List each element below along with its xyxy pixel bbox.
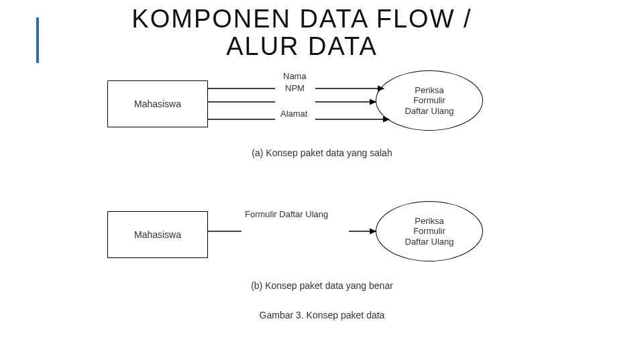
caption-a: (a) Konsep paket data yang salah [107, 147, 537, 158]
flow-label-formulir: Formulir Daftar Ulang [245, 209, 328, 219]
entity-a-label: Mahasiswa [134, 99, 181, 109]
flow-label-alamat: Alamat [280, 109, 307, 119]
flow-label-nama: Nama [283, 71, 307, 81]
process-b-l1: Periksa [415, 216, 443, 227]
process-periksa-b: Periksa Formulir Daftar Ulang [376, 201, 483, 261]
process-periksa-a: Periksa Formulir Daftar Ulang [376, 70, 483, 131]
flow-label-npm: NPM [285, 83, 305, 93]
title-line-2: ALUR DATA [226, 32, 378, 60]
caption-b: (b) Konsep paket data yang benar [107, 280, 537, 291]
figure-caption: Gambar 3. Konsep paket data [107, 310, 537, 320]
entity-mahasiswa-b: Mahasiswa [107, 211, 208, 258]
process-a-l3: Daftar Ulang [405, 106, 454, 117]
entity-b-label: Mahasiswa [134, 229, 181, 240]
slide-title: KOMPONEN DATA FLOW / ALUR DATA [94, 5, 510, 60]
title-line-1: KOMPONEN DATA FLOW / [131, 5, 472, 33]
title-accent-bar [36, 17, 39, 63]
process-b-l2: Formulir [413, 226, 445, 237]
process-a-l2: Formulir [413, 95, 445, 106]
entity-mahasiswa-a: Mahasiswa [107, 80, 208, 127]
diagram-container: Mahasiswa Periksa Formulir Daftar Ulang … [107, 67, 537, 355]
process-a-l1: Periksa [415, 85, 443, 96]
process-b-l3: Daftar Ulang [405, 237, 454, 247]
